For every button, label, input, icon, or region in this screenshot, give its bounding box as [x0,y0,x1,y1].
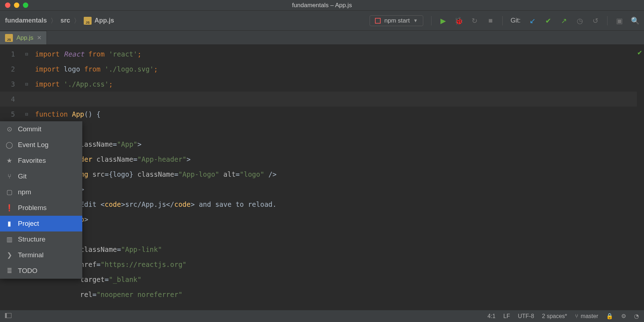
breadcrumb-root[interactable]: fundamentals [5,17,47,24]
indent-info[interactable]: 2 spaces* [542,313,567,319]
star-icon: ★ [6,157,13,165]
undo-icon[interactable]: ↺ [591,17,599,25]
separator [431,16,431,25]
tool-window-event-log[interactable]: ◯Event Log [0,137,82,153]
tool-window-commit[interactable]: ⊙Commit [0,121,82,137]
tool-windows-popup: ⊙Commit ◯Event Log ★Favorites ⑂Git ▢npm … [0,121,82,279]
line-separator[interactable]: LF [503,313,510,319]
svg-rect-1 [5,313,7,318]
breadcrumb: fundamentals 〉 src 〉 App.js [5,16,114,25]
branch-name: master [581,313,598,319]
folder-icon: ▮ [6,220,13,228]
line-number: 3 [0,80,25,88]
line-number: 2 [0,65,25,73]
git-commit-icon[interactable]: ✔ [544,17,552,25]
debug-button[interactable]: 🐞 [455,17,463,25]
tool-window-project[interactable]: ▮Project [0,216,82,231]
tab-app-js[interactable]: App.js ✕ [0,31,47,44]
code-editor[interactable]: ✔ 1⊟import React from 'react'; 2import l… [0,44,644,310]
branch-icon: ⑂ [575,313,579,319]
main-area: ⊙Commit ◯Event Log ★Favorites ⑂Git ▢npm … [0,44,644,310]
tool-window-git[interactable]: ⑂Git [0,169,82,184]
git-pull-icon[interactable]: ↙ [528,17,536,25]
window-title: fundamentals – App.js [0,2,644,9]
line-number: 4 [0,95,25,103]
js-file-icon [84,17,92,25]
show-tool-windows-icon[interactable] [5,313,11,319]
run-coverage-button[interactable]: ↻ [471,17,479,25]
git-history-icon[interactable]: ◷ [576,17,584,25]
line-number: 1 [0,50,25,58]
notifications-icon[interactable]: ◔ [634,313,639,319]
readonly-lock-icon[interactable]: 🔒 [606,313,613,319]
inspection-ok-icon[interactable]: ✔ [638,48,642,57]
tool-window-favorites[interactable]: ★Favorites [0,153,82,169]
run-button[interactable]: ▶ [439,17,447,25]
log-icon: ◯ [6,141,13,149]
commit-icon: ⊙ [6,125,13,133]
tool-window-structure[interactable]: ▥Structure [0,231,82,247]
chevron-right-icon: 〉 [50,16,57,25]
breadcrumb-folder[interactable]: src [60,17,70,24]
tool-window-problems[interactable]: ❗Problems [0,200,82,216]
run-config-dropdown[interactable]: npm start ▼ [370,15,423,26]
breadcrumb-file[interactable]: App.js [84,17,114,25]
separator [502,16,503,25]
editor-tabs: App.js ✕ [0,31,644,44]
toolbar: fundamentals 〉 src 〉 App.js npm start ▼ … [0,11,644,31]
js-file-icon [5,34,13,42]
ide-settings-icon[interactable]: ⚙ [621,313,626,319]
titlebar: fundamentals – App.js [0,0,644,11]
stop-button[interactable]: ■ [487,17,494,25]
git-branch-widget[interactable]: ⑂ master [575,313,598,319]
fold-icon[interactable]: ⊟ [25,111,35,117]
fold-icon[interactable]: ⊟ [25,51,35,57]
run-config-label: npm start [384,17,410,24]
chevron-right-icon: 〉 [74,16,80,25]
branch-icon: ⑂ [6,173,13,180]
layout-settings-icon[interactable]: ▣ [615,17,623,25]
warning-icon: ❗ [6,204,13,212]
close-tab-icon[interactable]: ✕ [37,34,42,41]
git-section-label: Git: [511,17,521,24]
tool-window-todo[interactable]: ≣TODO [0,263,82,279]
tool-window-terminal[interactable]: ❯Terminal [0,247,82,263]
file-encoding[interactable]: UTF-8 [518,313,534,319]
breadcrumb-file-label: App.js [94,17,114,24]
fold-icon[interactable]: ⊟ [25,81,35,87]
terminal-icon: ❯ [6,251,13,259]
npm-icon [375,18,381,24]
tool-window-npm[interactable]: ▢npm [0,184,82,200]
chevron-down-icon: ▼ [413,18,418,23]
git-push-icon[interactable]: ↗ [560,17,568,25]
status-bar: 4:1 LF UTF-8 2 spaces* ⑂ master 🔒 ⚙ ◔ [0,310,644,322]
npm-icon: ▢ [6,188,13,196]
tab-label: App.js [16,34,33,42]
separator [607,16,608,25]
line-number: 5 [0,110,25,118]
search-everywhere-icon[interactable]: 🔍 [631,17,639,25]
list-icon: ≣ [6,267,13,275]
caret-position[interactable]: 4:1 [488,313,496,319]
structure-icon: ▥ [6,235,13,243]
